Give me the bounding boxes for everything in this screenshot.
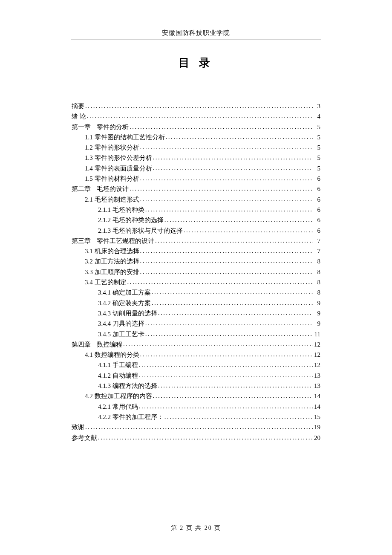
- toc-leader-dots: [152, 163, 313, 173]
- toc-label: 2.1 毛坯的制造形式: [85, 194, 139, 205]
- toc-entry: 绪 论4: [72, 111, 320, 121]
- toc-leader-dots: [138, 359, 313, 370]
- toc-page-number: 6: [313, 225, 320, 236]
- toc-chapter-title: 零件的分析: [97, 122, 129, 132]
- toc-page-number: 5: [313, 163, 320, 173]
- toc-leader-dots: [84, 422, 313, 432]
- toc-entry: 第三章零件工艺规程的设计7: [72, 236, 320, 246]
- toc-page-number: 4: [313, 111, 320, 121]
- toc-label: 绪 论: [72, 111, 86, 121]
- toc-entry: 参考文献20: [72, 433, 320, 443]
- toc-entry: 3.2 加工方法的选择8: [72, 256, 320, 266]
- toc-leader-dots: [139, 142, 313, 152]
- toc-leader-dots: [152, 152, 313, 162]
- toc-entry: 1.5 零件的材料分析6: [72, 173, 320, 184]
- toc-leader-dots: [122, 339, 313, 349]
- toc-leader-dots: [84, 101, 313, 111]
- toc-leader-dots: [165, 132, 313, 142]
- toc-entry: 第四章数控编程12: [72, 339, 320, 350]
- toc-label: 4.1.2 自动编程: [98, 370, 138, 381]
- toc-page-number: 9: [313, 308, 320, 318]
- toc-leader-dots: [151, 287, 313, 297]
- toc-entry: 3.4.2 确定装夹方案9: [72, 298, 320, 308]
- toc-page-number: 3: [313, 101, 320, 111]
- toc-entry: 1.2 零件的形状分析5: [72, 142, 320, 153]
- toc-page-number: 6: [313, 194, 320, 205]
- toc-leader-dots: [86, 111, 313, 121]
- toc-label: 3.1 机床的合理选择: [85, 246, 139, 256]
- toc-leader-dots: [138, 370, 313, 380]
- header-rule: [71, 40, 321, 40]
- toc-page-number: 12: [313, 339, 320, 350]
- toc-entry: 4.2 数控加工程序的内容14: [72, 391, 320, 401]
- toc-leader-dots: [139, 256, 313, 266]
- toc-label: 3.4.2 确定装夹方案: [98, 298, 151, 308]
- toc-label: 致谢: [72, 422, 84, 432]
- toc-page-number: 11: [313, 329, 320, 339]
- toc-page-number: 8: [313, 256, 320, 266]
- toc-label: 1.2 零件的形状分析: [85, 142, 139, 153]
- toc-page-number: 8: [313, 287, 320, 298]
- toc-page-number: 5: [313, 153, 320, 163]
- page-header: 安徽国防科技职业学院: [72, 29, 320, 40]
- toc-page-number: 7: [313, 246, 320, 256]
- toc-label: 第三章: [72, 236, 91, 246]
- toc-label: 3.4.3 切削用量的选择: [98, 308, 157, 318]
- toc-label: 4.2 数控加工程序的内容: [85, 391, 152, 401]
- toc-leader-dots: [139, 194, 313, 204]
- toc-label: 1.3 零件的形位公差分析: [85, 153, 152, 163]
- toc-label: 4.2.1 常用代码: [98, 402, 138, 412]
- toc-label: 4.1 数控编程的分类: [85, 350, 139, 360]
- toc-page-number: 14: [313, 391, 320, 401]
- toc-entry: 4.2.2 零件的加工程序：15: [72, 412, 320, 422]
- toc-leader-dots: [144, 204, 313, 214]
- toc-label: 3.4 工艺的制定: [85, 277, 127, 287]
- toc-page-number: 6: [313, 184, 320, 194]
- toc-page-number: 14: [313, 402, 320, 412]
- toc-chapter-title: 数控编程: [97, 339, 122, 350]
- toc-chapter-title: 零件工艺规程的设计: [97, 236, 154, 246]
- toc-label: 1.4 零件的表面质量分析: [85, 163, 152, 173]
- toc-label: 3.3 加工顺序的安排: [85, 267, 139, 277]
- toc-page-number: 5: [313, 142, 320, 153]
- toc-entry: 第一章零件的分析5: [72, 122, 320, 132]
- toc-leader-dots: [129, 183, 313, 194]
- toc-leader-dots: [152, 390, 313, 401]
- toc-leader-dots: [157, 308, 313, 318]
- toc-leader-dots: [144, 318, 313, 328]
- toc-label: 第一章: [72, 122, 91, 132]
- toc-leader-dots: [138, 401, 313, 411]
- toc-leader-dots: [151, 298, 313, 308]
- toc-page-number: 15: [313, 412, 320, 422]
- toc-label: 2.1.1 毛坯的种类: [98, 205, 144, 215]
- toc-label: 4.1.1 手工编程: [98, 360, 138, 370]
- toc-label: 1.5 零件的材料分析: [85, 173, 139, 184]
- toc-page-number: 8: [313, 267, 320, 277]
- toc-page-number: 12: [313, 360, 320, 370]
- toc-entry: 2.1.2 毛坯的种类的选择6: [72, 215, 320, 225]
- toc-chapter-title: 毛坯的设计: [97, 184, 129, 194]
- toc-leader-dots: [139, 173, 313, 183]
- toc-leader-dots: [139, 266, 313, 277]
- toc-leader-dots: [139, 349, 313, 359]
- toc-entry: 1.3 零件的形位公差分析5: [72, 153, 320, 163]
- toc-page-number: 12: [313, 350, 320, 360]
- toc-entry: 2.1.3 毛坯的形状与尺寸的选择6: [72, 225, 320, 236]
- toc-page-number: 13: [313, 370, 320, 381]
- toc-page-number: 13: [313, 381, 320, 391]
- toc-leader-dots: [164, 411, 313, 422]
- toc-page-number: 7: [313, 236, 320, 246]
- toc-leader-dots: [164, 214, 313, 225]
- toc-label: 1.1 零件图的结构工艺性分析: [85, 132, 165, 142]
- toc-page-number: 5: [313, 122, 320, 132]
- toc-label: 3.4.1 确定加工方案: [98, 287, 151, 298]
- toc-page-number: 6: [313, 173, 320, 184]
- toc-page-number: 6: [313, 205, 320, 215]
- toc-entry: 4.1.2 自动编程13: [72, 370, 320, 381]
- toc-label: 3.4.4 刀具的选择: [98, 318, 144, 329]
- toc-leader-dots: [144, 329, 313, 339]
- toc-label: 2.1.2 毛坯的种类的选择: [98, 215, 164, 225]
- toc-entry: 2.1.1 毛坯的种类6: [72, 205, 320, 215]
- toc-entry: 3.4.3 切削用量的选择9: [72, 308, 320, 318]
- toc-page-number: 5: [313, 132, 320, 142]
